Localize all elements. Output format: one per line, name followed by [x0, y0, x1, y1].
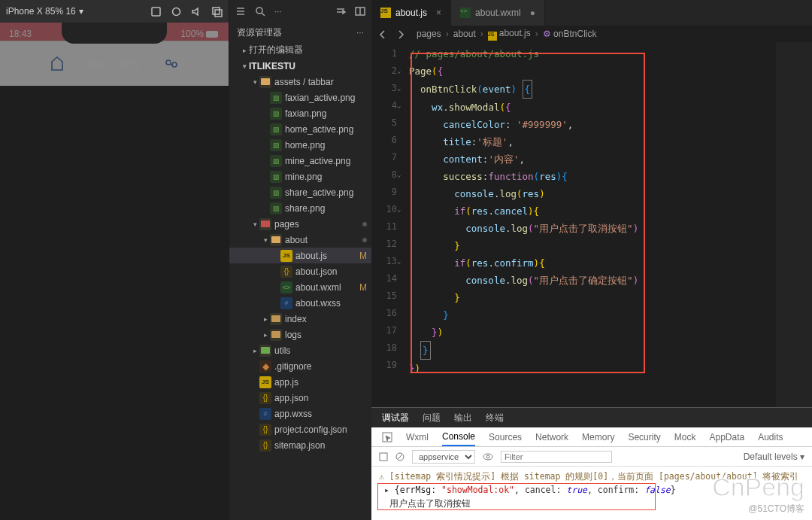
editor-area: JSabout.js×<>about.wxml● pages›about›JSa… — [371, 0, 812, 520]
simulator-toolbar: iPhone X 85% 16 ▾ — [0, 0, 229, 23]
search-icon[interactable] — [255, 6, 265, 17]
file-faxian-active-png[interactable]: ▨faxian_active.png — [229, 90, 371, 105]
explorer-title: 资源管理器··· — [229, 23, 371, 42]
file-pages[interactable]: ▾pages — [229, 216, 371, 232]
clear-icon[interactable] — [395, 452, 404, 461]
file-home-png[interactable]: ▨home.png — [229, 137, 371, 153]
svg-point-12 — [483, 454, 492, 460]
console-panel: 调试器问题输出终端 WxmlConsoleSourcesNetworkMemor… — [371, 407, 812, 520]
svg-rect-3 — [215, 10, 222, 17]
gutter: 1⌄2⌄3⌄4567⌄89⌄101112⌄13141516171819 — [371, 42, 403, 407]
play-icon[interactable] — [379, 452, 388, 461]
credit: @51CTO博客 — [748, 503, 804, 515]
devtools-tabs[interactable]: WxmlConsoleSourcesNetworkMemorySecurityM… — [371, 427, 812, 447]
svg-point-13 — [486, 455, 489, 458]
minimap[interactable] — [776, 42, 812, 407]
file-logs[interactable]: ▸logs — [229, 327, 371, 342]
file-project-config-json[interactable]: {}project.config.json — [229, 421, 371, 437]
list-icon[interactable] — [235, 6, 246, 17]
file-about-js[interactable]: JSabout.jsM — [229, 248, 371, 263]
log-warning: ⚠ [sitemap 索引情况提示] 根据 sitemap 的规则[0]，当前页… — [379, 470, 804, 483]
context-select[interactable]: appservice — [412, 450, 475, 464]
file-index[interactable]: ▸index — [229, 311, 371, 327]
filter-input[interactable] — [501, 451, 612, 463]
file-mine-active-png[interactable]: ▨mine_active.png — [229, 153, 371, 169]
file-share-active-png[interactable]: ▨share_active.png — [229, 184, 371, 200]
breadcrumb-item[interactable]: about — [453, 29, 476, 39]
console-log[interactable]: ⚠ [sitemap 索引情况提示] 根据 sitemap 的规则[0]，当前页… — [371, 467, 812, 520]
explorer-toolbar: ··· — [229, 0, 371, 23]
svg-point-7 — [256, 8, 262, 14]
file-about-json[interactable]: {}about.json — [229, 263, 371, 279]
file-share-png[interactable]: ▨share.png — [229, 200, 371, 216]
tab-about.js[interactable]: JSabout.js× — [371, 0, 451, 26]
svg-point-1 — [173, 8, 180, 15]
file-app-js[interactable]: JSapp.js — [229, 374, 371, 390]
devtools-tab-Console[interactable]: Console — [442, 431, 475, 446]
devtools-tab-AppData[interactable]: AppData — [709, 432, 744, 442]
panel-tab-输出[interactable]: 输出 — [454, 412, 472, 424]
eye-icon[interactable] — [483, 453, 493, 461]
file-mine-png[interactable]: ▨mine.png — [229, 169, 371, 184]
file-app-wxss[interactable]: #app.wxss — [229, 406, 371, 421]
svg-rect-2 — [213, 8, 220, 14]
code-editor[interactable]: 1⌄2⌄3⌄4567⌄89⌄101112⌄13141516171819 // p… — [371, 42, 812, 407]
devtools-tab-Mock[interactable]: Mock — [674, 432, 696, 442]
devtools-tab-Sources[interactable]: Sources — [489, 432, 522, 442]
mute-icon[interactable] — [191, 6, 202, 17]
panel-tab-问题[interactable]: 问题 — [423, 412, 441, 424]
file-utils[interactable]: ▸utils — [229, 342, 371, 358]
console-filter-bar: appservice Default levels ▾ — [371, 447, 812, 467]
file-assets-tabbar[interactable]: ▾assets / tabbar — [229, 74, 371, 90]
highlight-box-2 — [377, 483, 656, 510]
breadcrumb[interactable]: pages›about›JSabout.js›⚙ onBtnClick — [414, 26, 596, 42]
panel-tabs[interactable]: 调试器问题输出终端 — [371, 408, 812, 427]
layers-icon[interactable] — [211, 6, 223, 17]
panel-tab-调试器[interactable]: 调试器 — [382, 412, 409, 424]
breadcrumb-item[interactable]: pages — [417, 29, 441, 39]
back-icon[interactable] — [377, 29, 388, 39]
breadcrumb-item[interactable]: JSabout.js — [488, 28, 531, 41]
explorer: ··· 资源管理器··· ▸打开的编辑器 ▾ITLIKESTU ▾assets … — [229, 0, 371, 520]
file-about-wxml[interactable]: <>about.wxmlM — [229, 279, 371, 295]
devtools-tab-Memory[interactable]: Memory — [582, 432, 614, 442]
editor-tabs[interactable]: JSabout.js×<>about.wxml● — [371, 0, 812, 26]
file-app-json[interactable]: {}app.json — [229, 390, 371, 406]
modal-mask[interactable] — [0, 23, 229, 86]
group-open-editors[interactable]: ▸打开的编辑器 — [229, 42, 371, 58]
main-area: iPhone X 85% 16 ▾ 18:43 100% 我的小程序 ···◎ — [0, 0, 812, 520]
svg-rect-0 — [152, 8, 160, 16]
debug-icon[interactable] — [335, 6, 346, 17]
file-about-wxss[interactable]: #about.wxss — [229, 295, 371, 311]
devtools-tab-Network[interactable]: Network — [535, 432, 568, 442]
phone-frame: 18:43 100% 我的小程序 ···◎ 点击按钮展示弹窗 标题 内容 取消 … — [0, 23, 229, 86]
more-icon: ··· — [274, 6, 282, 17]
group-project[interactable]: ▾ITLIKESTU — [229, 58, 371, 74]
editor-toolbar: pages›about›JSabout.js›⚙ onBtnClick — [371, 26, 812, 42]
devtools-tab-Audits[interactable]: Audits — [758, 432, 783, 442]
devtools-tab-Security[interactable]: Security — [628, 432, 660, 442]
file-faxian-png[interactable]: ▨faxian.png — [229, 105, 371, 121]
refresh-icon[interactable] — [171, 6, 182, 17]
device-selector[interactable]: iPhone X 85% 16 ▾ — [6, 6, 83, 17]
levels-select[interactable]: Default levels ▾ — [744, 452, 804, 462]
highlight-box — [411, 53, 645, 373]
tablet-icon[interactable] — [150, 6, 162, 17]
file-home-active-png[interactable]: ▨home_active.png — [229, 121, 371, 137]
inspect-icon[interactable] — [382, 432, 392, 442]
forward-icon[interactable] — [395, 29, 406, 39]
simulator: 18:43 100% 我的小程序 ···◎ 点击按钮展示弹窗 标题 内容 取消 … — [0, 23, 229, 86]
svg-rect-10 — [380, 453, 387, 461]
file--gitignore[interactable]: ◆.gitignore — [229, 358, 371, 374]
panel-tab-终端[interactable]: 终端 — [486, 412, 504, 424]
breadcrumb-item[interactable]: ⚙ onBtnClick — [543, 29, 597, 39]
devtools-tab-Wxml[interactable]: Wxml — [406, 432, 429, 442]
split-icon[interactable] — [355, 6, 365, 17]
file-sitemap-json[interactable]: {}sitemap.json — [229, 437, 371, 453]
file-tree[interactable]: ▾assets / tabbar▨faxian_active.png▨faxia… — [229, 74, 371, 520]
file-about[interactable]: ▾about — [229, 232, 371, 248]
tab-about.wxml[interactable]: <>about.wxml● — [451, 0, 545, 26]
